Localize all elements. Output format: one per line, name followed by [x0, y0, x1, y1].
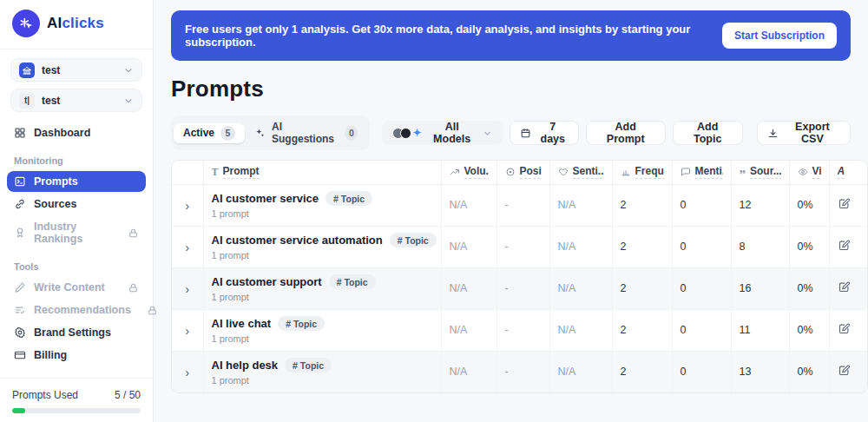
cell-sentiment: N/A — [549, 184, 612, 226]
edit-icon[interactable] — [838, 239, 851, 252]
brand-logo[interactable]: AIclicks — [0, 0, 153, 49]
chevron-down-icon — [123, 96, 134, 106]
topic-badge: # Topic — [326, 191, 372, 206]
tab-group: Active 5 AI Suggestions 0 — [171, 115, 370, 150]
cell-sources: 8 — [731, 226, 789, 267]
sidebar-item-sources[interactable]: Sources — [7, 194, 146, 214]
prompt-count: 1 prompt — [212, 250, 433, 260]
sidebar-item-industry-rankings[interactable]: Industry Rankings — [7, 216, 146, 249]
col-sources[interactable]: ”Sour... — [731, 161, 789, 184]
col-sentiment[interactable]: Senti... — [549, 161, 612, 184]
usage-value: 5 / 50 — [115, 389, 141, 401]
logo-icon — [12, 10, 40, 37]
award-icon — [14, 227, 26, 239]
add-prompt-button[interactable]: Add Prompt — [586, 121, 666, 145]
edit-icon[interactable] — [838, 364, 851, 377]
sidebar-item-label: Billing — [34, 349, 67, 361]
table-row[interactable]: › AI customer service# Topic1 prompt N/A… — [172, 184, 868, 226]
table-row[interactable]: › AI customer support# Topic1 prompt N/A… — [172, 267, 868, 309]
edit-icon[interactable] — [838, 280, 851, 293]
expand-row-icon[interactable]: › — [185, 365, 189, 379]
cell-frequency: 2 — [612, 267, 672, 309]
col-frequency[interactable]: Freque... — [612, 161, 672, 184]
cell-volume: N/A — [441, 226, 496, 267]
table-row[interactable]: › AI live chat# Topic1 prompt N/A - N/A … — [172, 309, 868, 351]
subscription-banner: Free users get only 1 analysis. Get 30x … — [171, 10, 851, 61]
terminal-icon — [14, 175, 26, 188]
col-actions[interactable]: A — [829, 161, 868, 184]
cell-visibility: 0% — [789, 351, 829, 392]
cell-sentiment: N/A — [549, 309, 612, 351]
col-volume[interactable]: Volu... — [441, 161, 496, 184]
expand-row-icon[interactable]: › — [185, 198, 189, 213]
cell-mentions: 0 — [672, 184, 731, 226]
filter-bar: Active 5 AI Suggestions 0 ✦ All Models — [171, 115, 851, 150]
brand-name: AIclicks — [47, 15, 104, 32]
sidebar-item-label: Industry Rankings — [34, 221, 112, 245]
cell-position: - — [496, 184, 549, 226]
list-icon — [14, 304, 26, 316]
heart-icon — [558, 167, 569, 177]
edit-icon[interactable] — [838, 322, 851, 335]
cell-volume: N/A — [441, 351, 496, 392]
cell-position: - — [496, 226, 549, 267]
tab-count-badge: 5 — [220, 126, 235, 141]
sidebar-item-dashboard[interactable]: Dashboard — [7, 122, 146, 143]
tab-ai-suggestions[interactable]: AI Suggestions 0 — [245, 118, 367, 148]
topic-badge: # Topic — [390, 233, 437, 247]
col-expander — [172, 161, 203, 184]
table-row[interactable]: › AI help desk# Topic1 prompt N/A - N/A … — [172, 351, 868, 392]
start-subscription-button[interactable]: Start Subscription — [722, 23, 837, 49]
cell-mentions: 0 — [672, 309, 731, 351]
cell-sentiment: N/A — [549, 226, 612, 267]
download-icon — [767, 128, 779, 139]
credit-card-icon — [14, 349, 26, 361]
date-range-button[interactable]: 7 days — [510, 121, 579, 145]
tab-label: Active — [183, 127, 214, 139]
cell-mentions: 0 — [672, 267, 731, 309]
cell-position: - — [496, 351, 549, 392]
export-csv-button[interactable]: Export CSV — [757, 121, 851, 145]
pen-icon — [14, 281, 26, 293]
calendar-icon — [520, 128, 531, 139]
table-row[interactable]: › AI customer service automation# Topic1… — [172, 226, 868, 267]
grid-icon — [14, 127, 26, 139]
prompt-count: 1 prompt — [212, 333, 433, 344]
workspace-selector[interactable]: test — [10, 58, 142, 82]
cell-sentiment: N/A — [549, 351, 612, 392]
cell-frequency: 2 — [612, 309, 672, 351]
cell-sources: 13 — [731, 351, 789, 392]
col-position[interactable]: Posit... — [496, 161, 549, 184]
add-topic-button[interactable]: Add Topic — [673, 121, 743, 145]
sidebar-item-prompts[interactable]: Prompts — [7, 171, 146, 192]
col-mentions[interactable]: Menti... — [672, 161, 731, 184]
col-visibility[interactable]: Visib... — [789, 161, 829, 184]
tab-active[interactable]: Active 5 — [174, 123, 245, 143]
expand-row-icon[interactable]: › — [185, 281, 189, 296]
prompt-name: AI customer service automation — [212, 234, 383, 247]
sidebar-item-label: Recommendations — [34, 304, 131, 316]
lock-icon — [128, 227, 139, 239]
all-models-dropdown[interactable]: ✦ All Models — [382, 121, 502, 145]
tab-label: AI Suggestions — [272, 121, 339, 145]
sidebar-item-brand-settings[interactable]: Brand Settings — [7, 322, 146, 343]
model-icons: ✦ — [392, 127, 421, 139]
sidebar-item-billing[interactable]: Billing — [7, 345, 146, 366]
sidebar-item-recommendations[interactable]: Recommendations — [7, 300, 146, 320]
date-range-label: 7 days — [537, 121, 569, 145]
section-tools: Tools — [0, 251, 146, 277]
edit-icon[interactable] — [838, 197, 851, 210]
sidebar-item-write-content[interactable]: Write Content — [7, 277, 146, 298]
project-selector[interactable]: t| test — [10, 89, 142, 112]
expand-row-icon[interactable]: › — [185, 323, 189, 338]
lock-icon — [128, 282, 139, 293]
prompt-name: AI customer service — [212, 192, 319, 205]
cell-mentions: 0 — [672, 226, 731, 267]
col-prompt[interactable]: TPrompt — [203, 161, 441, 184]
cell-visibility: 0% — [789, 184, 829, 226]
expand-row-icon[interactable]: › — [185, 240, 189, 254]
workspace-name: test — [42, 64, 116, 76]
cell-volume: N/A — [441, 267, 496, 309]
sidebar-item-label: Dashboard — [34, 127, 90, 139]
text-cursor-icon: t| — [19, 93, 35, 109]
